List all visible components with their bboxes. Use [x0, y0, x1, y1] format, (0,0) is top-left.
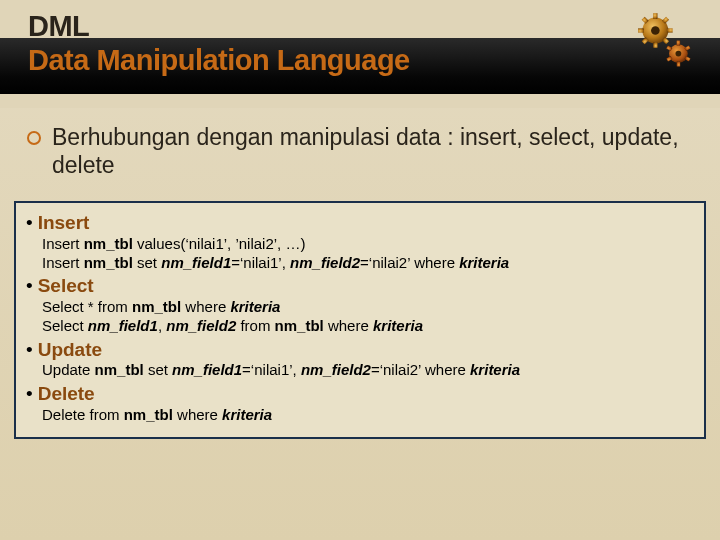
svg-point-17: [676, 51, 682, 57]
title-line-2: Data Manipulation Language: [28, 44, 410, 77]
intro-paragraph: Berhubungan dengan manipulasi data : ins…: [0, 108, 720, 187]
svg-rect-11: [677, 41, 681, 46]
intro-text: Berhubungan dengan manipulasi data : ins…: [36, 124, 692, 179]
svg-point-9: [651, 26, 660, 35]
insert-line-1: Insert nm_tbl values(‘nilai1’, ’nilai2’,…: [26, 235, 694, 254]
gears-icon: [628, 6, 700, 78]
title-line-1: DML: [28, 10, 89, 43]
select-line-2: Select nm_field1, nm_field2 from nm_tbl …: [26, 317, 694, 336]
section-delete-title: •Delete: [26, 382, 694, 406]
header: DML Data Manipulation Language: [0, 0, 720, 108]
section-select-title: •Select: [26, 274, 694, 298]
svg-rect-5: [653, 42, 657, 48]
insert-line-2: Insert nm_tbl set nm_field1=‘nilai1’, nm…: [26, 254, 694, 273]
delete-line-1: Delete from nm_tbl where kriteria: [26, 406, 694, 425]
svg-rect-7: [638, 28, 644, 32]
svg-rect-3: [667, 28, 673, 32]
svg-rect-14: [677, 61, 681, 66]
bullet-ring-icon: [27, 131, 41, 145]
content-box: •Insert Insert nm_tbl values(‘nilai1’, ’…: [14, 201, 706, 439]
svg-rect-1: [653, 13, 657, 19]
section-insert-title: •Insert: [26, 211, 694, 235]
update-line-1: Update nm_tbl set nm_field1=‘nilai1’, nm…: [26, 361, 694, 380]
section-update-title: •Update: [26, 338, 694, 362]
select-line-1: Select * from nm_tbl where kriteria: [26, 298, 694, 317]
